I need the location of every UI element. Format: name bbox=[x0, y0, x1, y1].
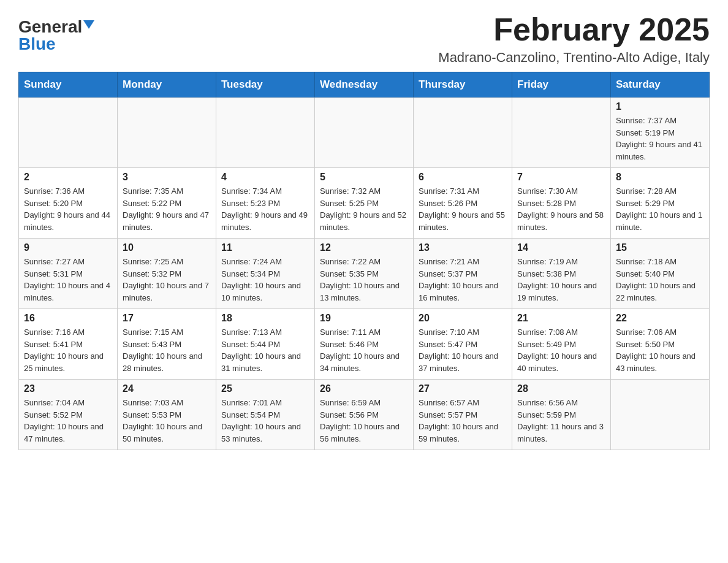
day-info: Sunrise: 7:24 AM Sunset: 5:34 PM Dayligh… bbox=[221, 256, 309, 304]
day-number: 8 bbox=[616, 172, 704, 183]
logo: General Blue bbox=[18, 18, 94, 53]
day-number: 16 bbox=[24, 313, 112, 324]
weekday-header-thursday: Thursday bbox=[414, 72, 512, 98]
calendar-cell bbox=[315, 98, 414, 168]
calendar-cell: 19Sunrise: 7:11 AM Sunset: 5:46 PM Dayli… bbox=[315, 309, 414, 380]
day-info: Sunrise: 7:13 AM Sunset: 5:44 PM Dayligh… bbox=[221, 326, 309, 374]
day-number: 1 bbox=[616, 101, 704, 112]
calendar-cell: 25Sunrise: 7:01 AM Sunset: 5:54 PM Dayli… bbox=[216, 380, 315, 450]
weekday-header-friday: Friday bbox=[512, 72, 611, 98]
day-info: Sunrise: 7:35 AM Sunset: 5:22 PM Dayligh… bbox=[123, 185, 211, 233]
weekday-header-row: SundayMondayTuesdayWednesdayThursdayFrid… bbox=[19, 72, 710, 98]
weekday-header-tuesday: Tuesday bbox=[216, 72, 315, 98]
weekday-header-wednesday: Wednesday bbox=[315, 72, 414, 98]
calendar-cell: 21Sunrise: 7:08 AM Sunset: 5:49 PM Dayli… bbox=[512, 309, 611, 380]
day-info: Sunrise: 7:25 AM Sunset: 5:32 PM Dayligh… bbox=[123, 256, 211, 304]
day-info: Sunrise: 6:56 AM Sunset: 5:59 PM Dayligh… bbox=[517, 397, 605, 445]
calendar-cell: 9Sunrise: 7:27 AM Sunset: 5:31 PM Daylig… bbox=[19, 239, 118, 309]
day-number: 19 bbox=[320, 313, 408, 324]
day-info: Sunrise: 7:36 AM Sunset: 5:20 PM Dayligh… bbox=[24, 185, 112, 233]
calendar-cell: 27Sunrise: 6:57 AM Sunset: 5:57 PM Dayli… bbox=[414, 380, 512, 450]
calendar-cell bbox=[118, 98, 216, 168]
day-number: 22 bbox=[616, 313, 704, 324]
day-number: 11 bbox=[221, 242, 309, 253]
calendar-cell: 7Sunrise: 7:30 AM Sunset: 5:28 PM Daylig… bbox=[512, 168, 611, 239]
calendar-cell: 14Sunrise: 7:19 AM Sunset: 5:38 PM Dayli… bbox=[512, 239, 611, 309]
day-number: 20 bbox=[419, 313, 507, 324]
day-info: Sunrise: 7:18 AM Sunset: 5:40 PM Dayligh… bbox=[616, 256, 704, 304]
day-number: 24 bbox=[123, 383, 211, 394]
day-number: 2 bbox=[24, 172, 112, 183]
weekday-header-saturday: Saturday bbox=[611, 72, 710, 98]
calendar-cell: 17Sunrise: 7:15 AM Sunset: 5:43 PM Dayli… bbox=[118, 309, 216, 380]
day-number: 18 bbox=[221, 313, 309, 324]
calendar-cell: 2Sunrise: 7:36 AM Sunset: 5:20 PM Daylig… bbox=[19, 168, 118, 239]
day-info: Sunrise: 7:37 AM Sunset: 5:19 PM Dayligh… bbox=[616, 115, 704, 163]
calendar-week-row: 1Sunrise: 7:37 AM Sunset: 5:19 PM Daylig… bbox=[19, 98, 710, 168]
weekday-header-monday: Monday bbox=[118, 72, 216, 98]
calendar-cell bbox=[414, 98, 512, 168]
day-info: Sunrise: 7:30 AM Sunset: 5:28 PM Dayligh… bbox=[517, 185, 605, 233]
day-info: Sunrise: 7:10 AM Sunset: 5:47 PM Dayligh… bbox=[419, 326, 507, 374]
calendar-week-row: 9Sunrise: 7:27 AM Sunset: 5:31 PM Daylig… bbox=[19, 239, 710, 309]
day-number: 10 bbox=[123, 242, 211, 253]
day-number: 5 bbox=[320, 172, 408, 183]
day-info: Sunrise: 7:15 AM Sunset: 5:43 PM Dayligh… bbox=[123, 326, 211, 374]
calendar-week-row: 23Sunrise: 7:04 AM Sunset: 5:52 PM Dayli… bbox=[19, 380, 710, 450]
calendar-cell: 11Sunrise: 7:24 AM Sunset: 5:34 PM Dayli… bbox=[216, 239, 315, 309]
day-info: Sunrise: 7:19 AM Sunset: 5:38 PM Dayligh… bbox=[517, 256, 605, 304]
day-number: 6 bbox=[419, 172, 507, 183]
calendar-week-row: 16Sunrise: 7:16 AM Sunset: 5:41 PM Dayli… bbox=[19, 309, 710, 380]
day-info: Sunrise: 7:06 AM Sunset: 5:50 PM Dayligh… bbox=[616, 326, 704, 374]
calendar-cell: 4Sunrise: 7:34 AM Sunset: 5:23 PM Daylig… bbox=[216, 168, 315, 239]
day-info: Sunrise: 7:28 AM Sunset: 5:29 PM Dayligh… bbox=[616, 185, 704, 233]
calendar-cell bbox=[216, 98, 315, 168]
day-number: 25 bbox=[221, 383, 309, 394]
calendar-cell: 12Sunrise: 7:22 AM Sunset: 5:35 PM Dayli… bbox=[315, 239, 414, 309]
day-number: 7 bbox=[517, 172, 605, 183]
calendar-cell: 16Sunrise: 7:16 AM Sunset: 5:41 PM Dayli… bbox=[19, 309, 118, 380]
calendar-cell: 18Sunrise: 7:13 AM Sunset: 5:44 PM Dayli… bbox=[216, 309, 315, 380]
day-info: Sunrise: 7:08 AM Sunset: 5:49 PM Dayligh… bbox=[517, 326, 605, 374]
day-number: 9 bbox=[24, 242, 112, 253]
logo-triangle-icon bbox=[83, 20, 94, 29]
day-info: Sunrise: 7:11 AM Sunset: 5:46 PM Dayligh… bbox=[320, 326, 408, 374]
day-number: 4 bbox=[221, 172, 309, 183]
day-number: 17 bbox=[123, 313, 211, 324]
calendar-cell bbox=[19, 98, 118, 168]
logo-general-text: General bbox=[18, 18, 82, 36]
day-number: 27 bbox=[419, 383, 507, 394]
calendar-week-row: 2Sunrise: 7:36 AM Sunset: 5:20 PM Daylig… bbox=[19, 168, 710, 239]
calendar-cell: 26Sunrise: 6:59 AM Sunset: 5:56 PM Dayli… bbox=[315, 380, 414, 450]
location-title: Madrano-Canzolino, Trentino-Alto Adige, … bbox=[438, 50, 710, 66]
title-section: February 2025 Madrano-Canzolino, Trentin… bbox=[438, 12, 710, 66]
calendar-cell: 1Sunrise: 7:37 AM Sunset: 5:19 PM Daylig… bbox=[611, 98, 710, 168]
calendar-cell: 5Sunrise: 7:32 AM Sunset: 5:25 PM Daylig… bbox=[315, 168, 414, 239]
month-title: February 2025 bbox=[438, 12, 710, 47]
calendar-cell: 22Sunrise: 7:06 AM Sunset: 5:50 PM Dayli… bbox=[611, 309, 710, 380]
day-number: 12 bbox=[320, 242, 408, 253]
calendar-cell: 20Sunrise: 7:10 AM Sunset: 5:47 PM Dayli… bbox=[414, 309, 512, 380]
weekday-header-sunday: Sunday bbox=[19, 72, 118, 98]
day-info: Sunrise: 7:32 AM Sunset: 5:25 PM Dayligh… bbox=[320, 185, 408, 233]
calendar-cell: 28Sunrise: 6:56 AM Sunset: 5:59 PM Dayli… bbox=[512, 380, 611, 450]
day-info: Sunrise: 7:22 AM Sunset: 5:35 PM Dayligh… bbox=[320, 256, 408, 304]
day-number: 28 bbox=[517, 383, 605, 394]
day-info: Sunrise: 7:27 AM Sunset: 5:31 PM Dayligh… bbox=[24, 256, 112, 304]
day-number: 21 bbox=[517, 313, 605, 324]
day-info: Sunrise: 7:01 AM Sunset: 5:54 PM Dayligh… bbox=[221, 397, 309, 445]
calendar-cell: 3Sunrise: 7:35 AM Sunset: 5:22 PM Daylig… bbox=[118, 168, 216, 239]
calendar-cell: 6Sunrise: 7:31 AM Sunset: 5:26 PM Daylig… bbox=[414, 168, 512, 239]
day-number: 3 bbox=[123, 172, 211, 183]
day-info: Sunrise: 7:21 AM Sunset: 5:37 PM Dayligh… bbox=[419, 256, 507, 304]
day-number: 15 bbox=[616, 242, 704, 253]
day-info: Sunrise: 7:31 AM Sunset: 5:26 PM Dayligh… bbox=[419, 185, 507, 233]
day-info: Sunrise: 7:04 AM Sunset: 5:52 PM Dayligh… bbox=[24, 397, 112, 445]
calendar-cell bbox=[611, 380, 710, 450]
day-info: Sunrise: 6:57 AM Sunset: 5:57 PM Dayligh… bbox=[419, 397, 507, 445]
day-number: 26 bbox=[320, 383, 408, 394]
day-number: 23 bbox=[24, 383, 112, 394]
calendar-cell: 8Sunrise: 7:28 AM Sunset: 5:29 PM Daylig… bbox=[611, 168, 710, 239]
calendar-table: SundayMondayTuesdayWednesdayThursdayFrid… bbox=[18, 72, 710, 450]
calendar-cell: 23Sunrise: 7:04 AM Sunset: 5:52 PM Dayli… bbox=[19, 380, 118, 450]
